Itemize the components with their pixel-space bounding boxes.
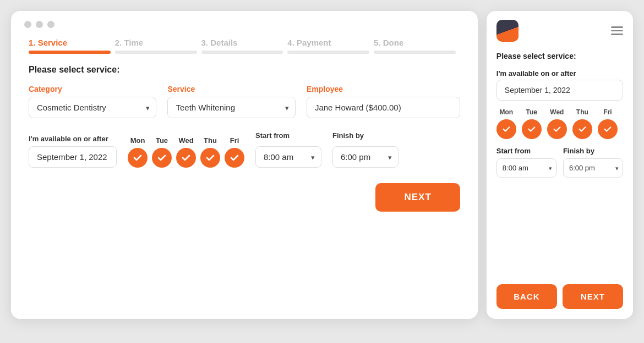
side-finish-by-group: Finish by 4:00 pm 5:00 pm 6:00 pm 7:00 p… (563, 147, 623, 178)
side-day-label-wed: Wed (547, 108, 567, 116)
step-1-bar (29, 51, 111, 54)
side-select-service-label: Please select service: (496, 52, 623, 60)
hamburger-line-1 (611, 26, 623, 28)
start-from-label: Start from (255, 131, 321, 140)
side-day-circle-thu[interactable] (572, 119, 592, 139)
service-select-wrapper[interactable]: Teeth Whitening Dental Cleaning Filling … (167, 97, 295, 118)
fields-row: Category Cosmetic Dentistry General Dent… (29, 85, 460, 118)
days-labels-row: Mon Tue Wed Thu Fri (128, 136, 244, 145)
side-start-from-label: Start from (496, 147, 556, 155)
side-day-circle-fri[interactable] (598, 119, 618, 139)
traffic-light-minimize (36, 21, 43, 28)
side-day-label-thu: Thu (572, 108, 592, 116)
days-group: Mon Tue Wed Thu Fri (128, 136, 244, 168)
card-content: 1. Service 2. Time 3. Details 4. Payment… (11, 38, 478, 225)
step-2-bar (115, 51, 197, 54)
traffic-light-expand (47, 21, 54, 28)
service-select[interactable]: Teeth Whitening Dental Cleaning Filling (167, 97, 295, 118)
employee-input[interactable] (307, 97, 460, 118)
category-label: Category (29, 85, 156, 93)
day-label-mon: Mon (128, 136, 148, 145)
day-label-tue: Tue (152, 136, 172, 145)
days-circles-row (128, 148, 244, 168)
finish-by-label: Finish by (332, 131, 399, 140)
side-next-button[interactable]: NEXT (563, 284, 623, 309)
side-day-circle-tue[interactable] (522, 119, 542, 139)
date-input[interactable] (29, 146, 117, 168)
finish-by-select-wrapper[interactable]: 3:00 pm 4:00 pm 5:00 pm 6:00 pm 7:00 pm … (332, 146, 399, 168)
day-circle-tue[interactable] (152, 148, 172, 168)
employee-group: Employee (307, 85, 460, 118)
page-wrapper: 1. Service 2. Time 3. Details 4. Payment… (0, 0, 644, 343)
main-booking-card: 1. Service 2. Time 3. Details 4. Payment… (11, 11, 478, 319)
side-available-section: I'm available on or after (496, 69, 623, 101)
side-days-section: Mon Tue Wed Thu Fri (496, 108, 623, 139)
start-from-select-wrapper[interactable]: 6:00 am 7:00 am 8:00 am 9:00 am 10:00 am… (255, 146, 321, 168)
side-panel-header (487, 11, 633, 47)
side-start-from-wrapper[interactable]: 6:00 am 7:00 am 8:00 am 9:00 am ▾ (496, 158, 556, 178)
side-day-circle-mon[interactable] (496, 119, 516, 139)
category-group: Category Cosmetic Dentistry General Dent… (29, 85, 156, 118)
step-3-bar (201, 51, 283, 54)
day-label-wed: Wed (176, 136, 196, 145)
hamburger-line-3 (611, 34, 623, 35)
side-panel-body: Please select service: I'm available on … (487, 47, 633, 284)
finish-by-select[interactable]: 3:00 pm 4:00 pm 5:00 pm 6:00 pm 7:00 pm (332, 146, 399, 168)
service-group: Service Teeth Whitening Dental Cleaning … (167, 85, 295, 118)
side-finish-by-wrapper[interactable]: 4:00 pm 5:00 pm 6:00 pm 7:00 pm ▾ (563, 158, 623, 178)
date-group: I'm available on or after (29, 135, 117, 168)
step-4-label: 4. Payment (287, 38, 374, 47)
steps-row: 1. Service 2. Time 3. Details 4. Payment… (29, 38, 460, 54)
day-label-thu: Thu (200, 136, 220, 145)
step-4-bar (287, 51, 369, 54)
finish-by-group: Finish by 3:00 pm 4:00 pm 5:00 pm 6:00 p… (332, 131, 399, 168)
traffic-light-close (24, 21, 31, 28)
side-back-button[interactable]: BACK (496, 284, 557, 309)
side-finish-by-label: Finish by (563, 147, 623, 155)
hamburger-icon[interactable] (611, 26, 623, 35)
day-circle-mon[interactable] (128, 148, 148, 168)
side-day-label-tue: Tue (522, 108, 542, 116)
side-time-row: Start from 6:00 am 7:00 am 8:00 am 9:00 … (496, 147, 623, 178)
start-from-select[interactable]: 6:00 am 7:00 am 8:00 am 9:00 am 10:00 am (255, 146, 321, 168)
category-select[interactable]: Cosmetic Dentistry General Dentistry Ort… (29, 97, 156, 118)
start-from-group: Start from 6:00 am 7:00 am 8:00 am 9:00 … (255, 131, 321, 168)
step-3-label: 3. Details (201, 38, 288, 47)
day-circle-fri[interactable] (225, 148, 244, 168)
side-day-label-fri: Fri (598, 108, 618, 116)
step-1-label: 1. Service (29, 38, 115, 47)
day-circle-wed[interactable] (176, 148, 196, 168)
step-2-label: 2. Time (115, 38, 201, 47)
step-2: 2. Time (115, 38, 201, 54)
availability-row: I'm available on or after Mon Tue Wed Th… (29, 131, 460, 168)
side-date-input[interactable] (496, 80, 623, 101)
side-finish-by-select[interactable]: 4:00 pm 5:00 pm 6:00 pm 7:00 pm (563, 158, 623, 178)
side-available-label: I'm available on or after (496, 69, 623, 78)
side-day-circle-wed[interactable] (547, 119, 567, 139)
step-1: 1. Service (29, 38, 115, 54)
section-title: Please select service: (29, 65, 460, 75)
card-top-bar (11, 11, 478, 34)
side-days-circles (496, 119, 623, 139)
side-panel: Please select service: I'm available on … (487, 11, 633, 319)
day-label-fri: Fri (225, 136, 244, 145)
employee-label: Employee (307, 85, 460, 93)
traffic-lights (24, 21, 54, 28)
step-5: 5. Done (374, 38, 460, 54)
next-btn-row: NEXT (29, 183, 460, 212)
side-btn-row: BACK NEXT (487, 284, 633, 319)
step-4: 4. Payment (287, 38, 374, 54)
step-5-label: 5. Done (374, 38, 460, 47)
service-label: Service (167, 85, 295, 93)
app-icon (496, 20, 519, 42)
side-days-labels: Mon Tue Wed Thu Fri (496, 108, 623, 116)
side-start-from-select[interactable]: 6:00 am 7:00 am 8:00 am 9:00 am (496, 158, 556, 178)
day-circle-thu[interactable] (200, 148, 220, 168)
avail-label: I'm available on or after (29, 135, 117, 143)
side-day-label-mon: Mon (496, 108, 516, 116)
category-select-wrapper[interactable]: Cosmetic Dentistry General Dentistry Ort… (29, 97, 156, 118)
step-5-bar (374, 51, 456, 54)
next-button[interactable]: NEXT (375, 183, 460, 212)
side-start-from-group: Start from 6:00 am 7:00 am 8:00 am 9:00 … (496, 147, 556, 178)
step-3: 3. Details (201, 38, 288, 54)
